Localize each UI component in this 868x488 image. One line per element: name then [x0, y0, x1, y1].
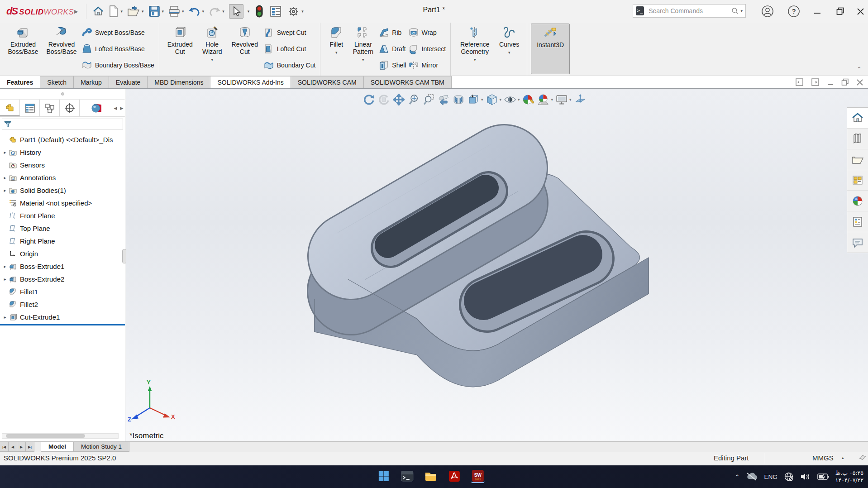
tray-language-indicator[interactable]: ENG: [764, 474, 777, 480]
instant3d-button[interactable]: Instant3D: [531, 24, 570, 74]
tree-item-fillet1[interactable]: Fillet1: [0, 285, 125, 298]
tab-features[interactable]: Features: [0, 76, 40, 88]
pan-button[interactable]: [391, 93, 406, 106]
task-pane-design-library-tab[interactable]: [847, 129, 868, 149]
dimxpertmanager-tab[interactable]: [60, 100, 80, 116]
redo-dropdown[interactable]: ▾: [222, 9, 224, 14]
rotate-about-scene-floor-button[interactable]: [377, 93, 391, 106]
displaymanager-tab[interactable]: [80, 100, 112, 116]
tab-scroll-first[interactable]: |◀: [0, 442, 9, 452]
status-tag-icon[interactable]: [858, 454, 867, 463]
select-tool-button[interactable]: [229, 4, 243, 19]
revolved-boss-base-button[interactable]: Revolved Boss/Base: [43, 24, 81, 74]
swept-cut-button[interactable]: Swept Cut: [263, 27, 316, 38]
display-style-button[interactable]: [503, 93, 518, 106]
tree-root-part[interactable]: Part1 (Default) <<Default>_Dis: [0, 133, 125, 146]
pane-right-icon[interactable]: [811, 78, 820, 86]
curves-dropdown[interactable]: ▾: [508, 49, 510, 56]
taskbar-adobe-acrobat-button[interactable]: [448, 469, 461, 483]
options-list-button[interactable]: [270, 5, 281, 17]
view-orientation-dropdown[interactable]: ▾: [500, 97, 502, 102]
tree-item-solid-bodies[interactable]: ▸ Solid Bodies(1): [0, 184, 125, 196]
rebuild-button[interactable]: [256, 5, 263, 18]
restore-button[interactable]: [836, 0, 844, 23]
model-tab[interactable]: Model: [41, 442, 74, 452]
tree-item-top-plane[interactable]: Top Plane: [0, 222, 125, 234]
ribbon-collapse-chevron[interactable]: ⌃: [857, 66, 862, 72]
motion-study-tab[interactable]: Motion Study 1: [74, 442, 129, 452]
print-button[interactable]: ▾: [168, 5, 184, 17]
tab-solidworks-cam-tbm[interactable]: SOLIDWORKS CAM TBM: [364, 76, 452, 88]
onedrive-paused-icon[interactable]: [746, 472, 758, 481]
search-commands-box[interactable]: >_ ▾: [633, 4, 746, 18]
tab-solidworks-addins[interactable]: SOLIDWORKS Add-Ins: [210, 76, 291, 88]
expand-arrow-icon[interactable]: ▸: [2, 315, 8, 320]
close-button[interactable]: [857, 0, 864, 23]
tab-markup[interactable]: Markup: [74, 76, 109, 88]
hole-wizard-button[interactable]: Hole Wizard ▾: [197, 24, 227, 74]
draft-button[interactable]: Draft: [378, 43, 406, 54]
account-button[interactable]: [761, 0, 774, 23]
panel-collapse-handle[interactable]: [0, 89, 125, 100]
tab-scroll-prev[interactable]: ◀: [9, 442, 17, 452]
tree-item-origin[interactable]: Origin: [0, 247, 125, 260]
extruded-cut-button[interactable]: Extruded Cut: [163, 24, 197, 74]
previous-view-button[interactable]: [436, 93, 451, 106]
intersect-button[interactable]: Intersect: [408, 43, 446, 54]
doc-restore-icon[interactable]: [841, 78, 849, 86]
search-input[interactable]: [648, 7, 731, 15]
model-3d-part[interactable]: [126, 89, 847, 441]
settings-button[interactable]: ▾: [287, 5, 304, 18]
tree-item-sensors[interactable]: Sensors: [0, 158, 125, 171]
fm-tabs-scroll-left[interactable]: ◀: [112, 100, 119, 116]
unit-system-selector[interactable]: MMGS: [812, 454, 834, 462]
tree-item-front-plane[interactable]: Front Plane: [0, 209, 125, 222]
new-document-button[interactable]: ▾: [109, 5, 123, 17]
curves-button[interactable]: Curves ▾: [495, 24, 523, 74]
undo-button[interactable]: ▾: [189, 5, 205, 17]
graphics-viewport[interactable]: ▾ ▾ ▾ ▾ ▾ Y X Z *Isometric: [126, 89, 868, 441]
tab-solidworks-cam[interactable]: SOLIDWORKS CAM: [291, 76, 364, 88]
zoom-to-area-button[interactable]: [421, 93, 436, 106]
expand-arrow-icon[interactable]: ▸: [2, 150, 8, 155]
task-pane-custom-properties-tab[interactable]: [847, 211, 868, 232]
apply-scene-dropdown[interactable]: ▾: [551, 97, 553, 102]
minimize-button[interactable]: [814, 0, 821, 23]
tab-evaluate[interactable]: Evaluate: [109, 76, 148, 88]
open-button[interactable]: ▾: [127, 5, 144, 17]
expand-arrow-icon[interactable]: ▸: [2, 188, 8, 193]
tab-sketch[interactable]: Sketch: [40, 76, 74, 88]
new-document-dropdown[interactable]: ▾: [120, 9, 123, 14]
expand-arrow-icon[interactable]: ▸: [2, 264, 8, 269]
slice-dropdown[interactable]: ▾: [481, 97, 483, 102]
rollback-bar[interactable]: [0, 324, 125, 325]
tab-scroll-last[interactable]: ▶|: [26, 442, 34, 452]
tray-show-hidden-icons[interactable]: ⌃: [734, 474, 739, 480]
slice-button[interactable]: [466, 93, 481, 106]
boundary-cut-button[interactable]: Boundary Cut: [263, 60, 316, 71]
tree-horizontal-scrollbar[interactable]: [2, 433, 119, 439]
tree-item-boss-extrude1[interactable]: ▸ Boss-Extrude1: [0, 260, 125, 273]
fillet-dropdown[interactable]: ▾: [335, 49, 338, 56]
reference-geometry-dropdown[interactable]: ▾: [474, 56, 476, 63]
windows-start-button[interactable]: [377, 469, 391, 483]
fillet-button[interactable]: Fillet ▾: [324, 24, 348, 74]
extruded-boss-base-button[interactable]: Extruded Boss/Base: [4, 24, 43, 74]
print-dropdown[interactable]: ▾: [182, 9, 184, 14]
task-pane-view-palette-tab[interactable]: [847, 170, 868, 191]
wrap-button[interactable]: C Wrap: [408, 27, 446, 38]
save-button[interactable]: ▾: [148, 5, 164, 17]
featuremanager-tree-tab[interactable]: [0, 100, 20, 116]
linear-pattern-button[interactable]: Linear Pattern ▾: [348, 24, 377, 74]
tree-item-boss-extrude2[interactable]: ▸ Boss-Extrude2: [0, 273, 125, 285]
zoom-to-fit-button[interactable]: [406, 93, 421, 106]
edit-appearance-button[interactable]: [521, 93, 536, 106]
redo-button[interactable]: ▾: [209, 5, 224, 17]
display-style-dropdown[interactable]: ▾: [518, 97, 520, 102]
view-orientation-button[interactable]: [485, 93, 500, 106]
linear-pattern-dropdown[interactable]: ▾: [362, 56, 364, 63]
taskbar-file-explorer-button[interactable]: [424, 469, 438, 483]
task-pane-home-tab[interactable]: [847, 108, 868, 129]
tree-item-annotations[interactable]: ▸ A Annotations: [0, 171, 125, 184]
tree-item-right-plane[interactable]: Right Plane: [0, 234, 125, 247]
